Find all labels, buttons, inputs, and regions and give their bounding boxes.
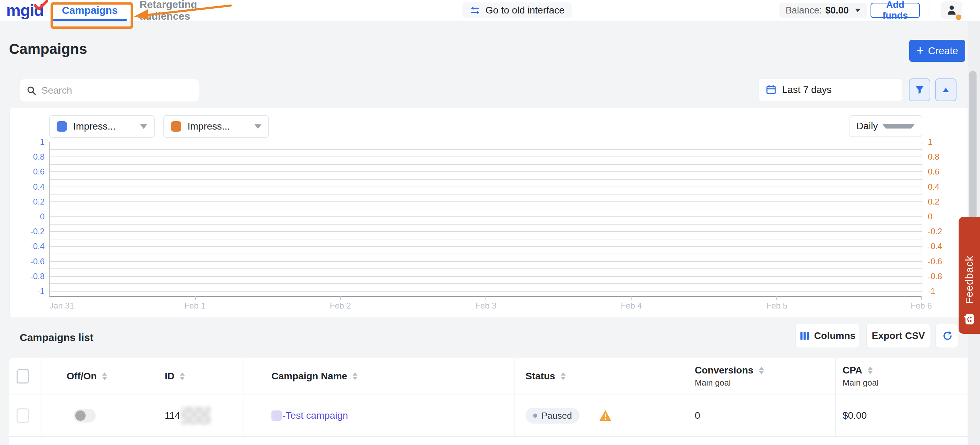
columns-label: Columns bbox=[814, 330, 856, 341]
campaign-name-link[interactable]: -Test campaign bbox=[282, 410, 348, 421]
page: mgid Campaigns Retargeting audiences Go … bbox=[0, 0, 980, 445]
notification-dot bbox=[956, 14, 961, 20]
campaign-name-header: Campaign Name bbox=[271, 371, 347, 382]
tab-campaigns[interactable]: Campaigns bbox=[52, 0, 127, 21]
x-tick-label: Feb 6 bbox=[911, 301, 932, 311]
select-all-checkbox[interactable] bbox=[17, 369, 29, 383]
header-cell-campaign-name: Campaign Name bbox=[243, 357, 514, 394]
row-checkbox[interactable] bbox=[17, 408, 29, 423]
x-tick-label: Jan 31 bbox=[49, 301, 74, 311]
gridline bbox=[50, 171, 922, 172]
refresh-button[interactable] bbox=[935, 324, 958, 348]
grid-area: 110.80.80.60.60.40.40.20.200-0.2-0.2-0.4… bbox=[50, 142, 922, 291]
gridline bbox=[50, 142, 922, 142]
sort-icon[interactable] bbox=[180, 372, 185, 380]
conversions-subheader: Main goal bbox=[695, 378, 764, 388]
columns-icon bbox=[800, 331, 810, 341]
y-tick-left: -0.8 bbox=[30, 271, 45, 281]
row-cell-status: Paused bbox=[514, 395, 687, 436]
y-tick-right: 0.8 bbox=[928, 152, 939, 162]
search-icon bbox=[26, 85, 37, 96]
search-input[interactable] bbox=[41, 85, 192, 96]
scrollbar-thumb[interactable] bbox=[969, 71, 977, 219]
campaigns-list-title: Campaigns list bbox=[20, 332, 93, 343]
gridline bbox=[50, 209, 922, 209]
granularity-label: Daily bbox=[856, 121, 882, 132]
x-axis-labels: Jan 31Feb 1Feb 2Feb 3Feb 4Feb 5Feb 6 bbox=[49, 301, 922, 311]
metric-right-label: Impress... bbox=[188, 121, 248, 132]
balance-label: Balance: bbox=[786, 5, 822, 16]
campaign-type-icon bbox=[271, 410, 282, 421]
status-badge: Paused bbox=[525, 408, 579, 424]
toggle-knob bbox=[75, 410, 86, 421]
table-row: 114 -Test campaign Paused bbox=[10, 395, 970, 437]
plus-icon: + bbox=[916, 43, 924, 57]
header-cell-status: Status bbox=[514, 357, 687, 394]
y-tick-left: -0.2 bbox=[30, 226, 45, 236]
campaign-toggle[interactable] bbox=[73, 409, 95, 423]
gridline bbox=[50, 164, 922, 165]
gridline bbox=[50, 231, 922, 232]
gridline bbox=[50, 268, 922, 269]
columns-button[interactable]: Columns bbox=[795, 324, 860, 348]
create-button[interactable]: + Create bbox=[909, 40, 965, 62]
tab-retargeting-audiences[interactable]: Retargeting audiences bbox=[140, 0, 243, 21]
y-tick-right: 0.2 bbox=[928, 197, 939, 207]
add-funds-button[interactable]: Add funds bbox=[870, 3, 920, 18]
plot-area: 110.80.80.60.60.40.40.20.200-0.2-0.2-0.4… bbox=[49, 142, 922, 297]
y-tick-right: -1 bbox=[928, 286, 935, 296]
filter-button[interactable] bbox=[909, 78, 930, 101]
x-tick-mark bbox=[195, 296, 196, 300]
tab-campaigns-label: Campaigns bbox=[62, 5, 118, 16]
gridline bbox=[50, 224, 922, 225]
page-title: Campaigns bbox=[9, 41, 87, 57]
status-header: Status bbox=[525, 371, 555, 382]
feedback-tab[interactable]: Feedback bbox=[959, 217, 980, 334]
export-csv-button[interactable]: Export CSV bbox=[866, 324, 930, 348]
top-header: mgid Campaigns Retargeting audiences Go … bbox=[0, 0, 980, 21]
metric-right-swatch bbox=[171, 121, 181, 132]
balance-dropdown[interactable]: Balance: $0.00 bbox=[780, 3, 867, 18]
status-label: Paused bbox=[541, 410, 572, 421]
collapse-panel-button[interactable] bbox=[935, 78, 956, 101]
y-tick-left: -1 bbox=[37, 286, 45, 296]
x-tick-mark bbox=[340, 296, 341, 300]
old-interface-label: Go to old interface bbox=[485, 5, 565, 16]
y-tick-left: 0.6 bbox=[33, 167, 45, 177]
id-header: ID bbox=[165, 371, 174, 382]
y-tick-left: 0.2 bbox=[33, 197, 45, 207]
y-tick-right: -0.8 bbox=[928, 271, 942, 281]
x-tick-label: Feb 1 bbox=[185, 301, 205, 311]
metric-select-left[interactable]: Impress... bbox=[49, 115, 155, 138]
go-to-old-interface-button[interactable]: Go to old interface bbox=[462, 2, 572, 18]
export-csv-label: Export CSV bbox=[872, 330, 925, 341]
x-tick-label: Feb 2 bbox=[330, 301, 351, 311]
granularity-select[interactable]: Daily bbox=[849, 115, 922, 137]
y-tick-right: 1 bbox=[928, 137, 932, 147]
mgid-logo[interactable]: mgid bbox=[6, 2, 47, 19]
gridline bbox=[50, 179, 922, 180]
y-tick-left: 0 bbox=[40, 212, 45, 222]
sort-icon[interactable] bbox=[561, 372, 566, 380]
date-range-picker[interactable]: Last 7 days bbox=[758, 78, 902, 101]
status-dot-icon bbox=[533, 413, 537, 418]
sort-icon[interactable] bbox=[353, 372, 357, 380]
header-cell-id: ID bbox=[145, 357, 243, 394]
metric-select-right[interactable]: Impress... bbox=[163, 115, 269, 138]
metric-left-swatch bbox=[57, 121, 67, 132]
x-tick-mark bbox=[631, 296, 632, 300]
header-cell-checkbox bbox=[10, 357, 41, 394]
balance-value: $0.00 bbox=[825, 5, 849, 16]
y-tick-right: -0.4 bbox=[928, 241, 942, 251]
feedback-chat-icon bbox=[963, 313, 975, 325]
sort-icon[interactable] bbox=[759, 367, 764, 374]
sort-icon[interactable] bbox=[102, 372, 107, 380]
sort-icon[interactable] bbox=[868, 367, 873, 374]
warning-icon[interactable] bbox=[599, 410, 612, 422]
y-tick-right: -0.6 bbox=[928, 257, 942, 266]
calendar-icon bbox=[765, 84, 776, 95]
gridline bbox=[50, 246, 922, 247]
tab-retargeting-label: Retargeting audiences bbox=[140, 0, 243, 22]
row-cell-id: 114 bbox=[145, 395, 243, 436]
funnel-icon bbox=[915, 85, 925, 95]
